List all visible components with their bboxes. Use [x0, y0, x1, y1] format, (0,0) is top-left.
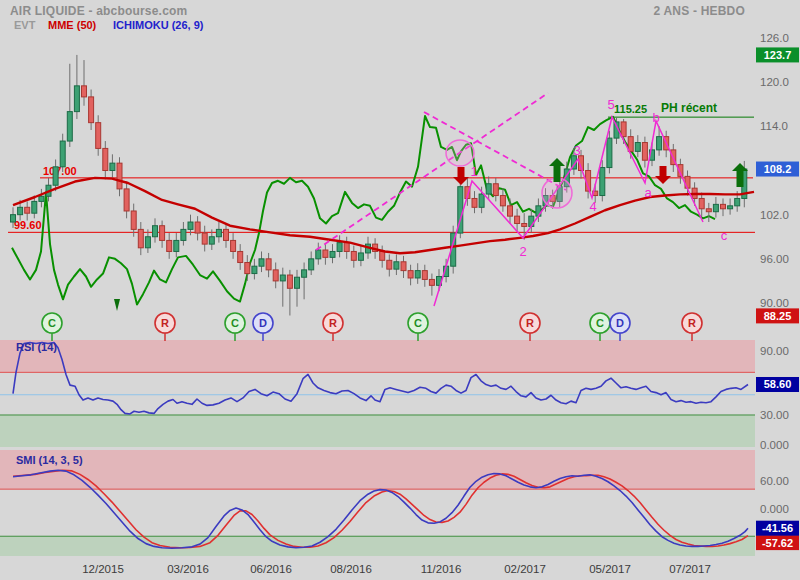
candle-body	[259, 259, 264, 266]
rsi-overbought-band	[0, 340, 755, 372]
highlight-ellipse	[446, 140, 474, 166]
candle-body	[628, 137, 633, 152]
candle-body	[138, 229, 143, 247]
event-marker[interactable]: D	[259, 317, 267, 329]
candle-body	[607, 138, 612, 167]
candle-body	[67, 112, 72, 141]
candle-body	[195, 222, 200, 233]
candle-body	[252, 266, 257, 273]
candle-body	[117, 163, 122, 189]
evt-button[interactable]: EVT	[14, 19, 35, 31]
smi-panel-label: SMI (14, 3, 5)	[16, 454, 83, 466]
candle-body	[280, 275, 285, 281]
candle-body	[657, 137, 662, 150]
axis-tick-label: 96.00	[760, 253, 789, 265]
candle-body	[337, 243, 342, 252]
date-tick-label: 03/2016	[167, 563, 209, 575]
candle-body	[422, 271, 427, 280]
axis-tick-label: 120.0	[760, 76, 789, 88]
candle-body	[380, 251, 385, 260]
candle-body	[153, 226, 158, 237]
candle-body	[735, 198, 740, 205]
axis-value-badge: 58.60	[764, 378, 792, 390]
event-marker[interactable]: R	[688, 317, 696, 329]
signal-arrow-down-icon	[114, 299, 120, 311]
candle-body	[522, 223, 527, 226]
candle-body	[309, 259, 314, 270]
axis-tick-label: 60.00	[760, 475, 789, 487]
candle-body	[721, 204, 726, 208]
date-tick-label: 06/2016	[250, 563, 292, 575]
candle-body	[635, 143, 640, 152]
candle-body	[500, 196, 505, 206]
candle-body	[728, 206, 733, 209]
date-tick-label: 07/2017	[669, 563, 711, 575]
candle-body	[110, 163, 115, 170]
candle-body	[323, 250, 328, 257]
candle-body	[295, 277, 300, 288]
candle-body	[209, 237, 214, 244]
candle-body	[394, 262, 399, 269]
candle-body	[266, 259, 271, 270]
price-level-label: 115.25	[614, 103, 647, 115]
candle-body	[330, 251, 335, 257]
price-level-label: 99.60	[14, 219, 42, 231]
chart-window: { "header": { "title": "AIR LIQUIDE - ab…	[0, 0, 800, 580]
candle-body	[181, 229, 186, 240]
price-chart-canvas[interactable]: 107.0099.60115.25PH récent12345abcCRCDRC…	[0, 0, 800, 580]
event-marker[interactable]: C	[48, 317, 56, 329]
candle-body	[53, 167, 58, 185]
axis-value-badge: -57.62	[762, 537, 793, 549]
candle-body	[415, 271, 420, 278]
event-marker[interactable]: R	[526, 317, 534, 329]
signal-arrow-down-icon	[453, 167, 469, 185]
candle-body	[600, 168, 605, 196]
legend-mme[interactable]: MME (50)	[48, 19, 96, 31]
candle-body	[202, 233, 207, 244]
candle-body	[408, 271, 413, 278]
rsi-panel-label: RSI (14)	[16, 341, 57, 353]
candle-body	[429, 279, 434, 285]
axis-tick-label: 0.000	[760, 439, 789, 451]
candle-body	[344, 243, 349, 252]
candle-body	[74, 86, 79, 112]
candle-body	[486, 184, 491, 194]
event-marker[interactable]: D	[616, 317, 624, 329]
candle-body	[231, 240, 236, 251]
axis-tick-label: 30.00	[760, 409, 789, 421]
candle-body	[124, 189, 129, 211]
candle-body	[699, 198, 704, 208]
candle-body	[39, 196, 44, 201]
event-marker[interactable]: R	[329, 317, 337, 329]
candle-body	[706, 209, 711, 212]
date-tick-label: 02/2017	[504, 563, 546, 575]
elliott-wave-label: 5	[607, 97, 614, 112]
chart-title: AIR LIQUIDE - abcbourse.com	[10, 4, 187, 18]
elliott-wave-label: 2	[519, 244, 526, 259]
candle-body	[401, 262, 406, 271]
legend-ichimoku[interactable]: ICHIMOKU (26, 9)	[113, 19, 203, 31]
smi-oversold-band	[0, 536, 755, 556]
candle-body	[25, 207, 30, 213]
axis-tick-label: 0.000	[760, 503, 789, 515]
axis-tick-label: 90.00	[760, 345, 789, 357]
candle-body	[316, 250, 321, 259]
candle-body	[245, 263, 250, 274]
elliott-wave-label: 3	[573, 143, 580, 158]
event-marker[interactable]: C	[414, 317, 422, 329]
axis-value-badge: -41.56	[762, 522, 793, 534]
signal-arrow-down-icon	[655, 166, 671, 184]
event-marker[interactable]: C	[596, 317, 604, 329]
candle-body	[96, 123, 101, 149]
event-marker[interactable]: C	[231, 317, 239, 329]
axis-tick-label: 90.00	[760, 297, 789, 309]
candle-body	[224, 229, 229, 240]
candle-body	[273, 270, 278, 281]
event-marker[interactable]: R	[161, 317, 169, 329]
candle-body	[103, 148, 108, 170]
candle-body	[238, 251, 243, 262]
ph-recent-label: PH récent	[661, 101, 717, 115]
candle-body	[89, 97, 94, 123]
candle-body	[82, 86, 87, 97]
elliott-wave-label: a	[644, 185, 652, 200]
